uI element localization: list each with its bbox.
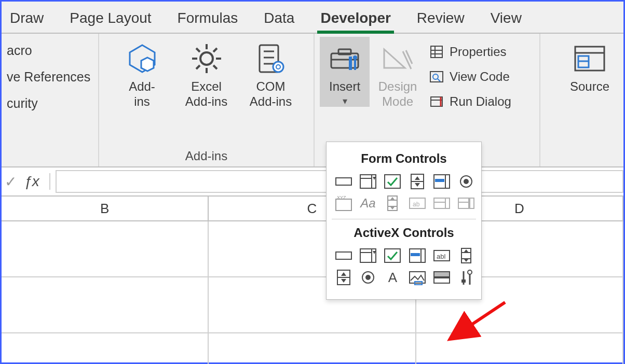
properties-button[interactable]: Properties: [426, 42, 514, 62]
run-dialog-button[interactable]: Run Dialog: [426, 92, 514, 111]
com-addins-button[interactable]: COM Add-ins: [242, 37, 300, 109]
insert-control-button[interactable]: Insert ▾: [320, 37, 370, 107]
tab-draw[interactable]: Draw: [7, 6, 47, 33]
svg-text:ab: ab: [413, 201, 420, 208]
svg-rect-70: [336, 252, 351, 259]
form-groupbox-icon[interactable]: XYZ: [334, 194, 353, 213]
form-combo-icon[interactable]: [358, 172, 377, 191]
form-controls-heading: Form Controls: [332, 151, 476, 166]
svg-rect-78: [411, 253, 420, 256]
form-checkbox-icon[interactable]: [383, 172, 402, 191]
form-combo-drop-icon[interactable]: [457, 194, 476, 213]
design-mode-button[interactable]: Design Mode: [372, 37, 424, 109]
svg-rect-94: [434, 272, 450, 277]
ax-option-icon[interactable]: [358, 268, 377, 287]
formula-bar: ✓ ƒx: [2, 167, 623, 197]
cell[interactable]: [2, 277, 209, 332]
fx-icon[interactable]: ƒx: [19, 173, 50, 190]
form-spin-icon[interactable]: [407, 172, 427, 191]
form-textfield-icon[interactable]: ab: [407, 194, 427, 213]
ax-more-controls-icon[interactable]: [457, 268, 476, 287]
cell[interactable]: [416, 333, 623, 364]
ax-textbox-icon[interactable]: abl: [432, 246, 451, 265]
addins-icon: [126, 42, 159, 75]
form-scrollbar-icon[interactable]: [383, 194, 402, 213]
worksheet-grid[interactable]: B C D: [2, 197, 623, 364]
excel-addins-button[interactable]: Excel Add-ins: [178, 37, 235, 109]
svg-marker-23: [384, 49, 405, 68]
addins-button[interactable]: Add- ins: [114, 37, 171, 109]
com-addins-icon: [254, 42, 288, 75]
tab-data[interactable]: Data: [261, 6, 297, 33]
svg-line-7: [196, 48, 200, 52]
form-button-icon[interactable]: [334, 172, 353, 191]
ribbon-tabs: Draw Page Layout Formulas Data Developer…: [2, 2, 623, 34]
svg-rect-26: [431, 46, 442, 58]
svg-point-98: [468, 270, 472, 274]
ax-listbox-icon[interactable]: [407, 246, 427, 265]
tab-developer[interactable]: Developer: [317, 6, 393, 33]
ribbon-body: acro ve References curity Add- ins: [2, 34, 623, 167]
form-combo-list-icon[interactable]: [432, 194, 451, 213]
tab-formulas[interactable]: Formulas: [174, 6, 241, 33]
svg-text:XYZ: XYZ: [337, 195, 346, 200]
insert-controls-dropdown: Form Controls XYZ Aa ab ActiveX Controls…: [326, 142, 482, 300]
code-item-macro[interactable]: acro: [7, 43, 90, 58]
ruler-triangle-icon: [381, 42, 414, 75]
ax-spin-icon[interactable]: [334, 268, 353, 287]
svg-point-2: [200, 52, 213, 65]
svg-line-8: [213, 65, 217, 69]
svg-point-54: [464, 179, 469, 184]
svg-rect-75: [385, 249, 400, 262]
svg-point-15: [273, 62, 283, 72]
svg-marker-89: [341, 279, 346, 283]
source-button[interactable]: Source: [561, 37, 618, 94]
ax-toggle-icon[interactable]: [432, 268, 451, 287]
svg-rect-40: [336, 178, 351, 185]
cell[interactable]: [2, 221, 209, 276]
addins-group-label: Add-ins: [104, 146, 308, 163]
svg-marker-60: [390, 197, 395, 200]
svg-rect-52: [435, 179, 444, 182]
ax-scrollbar-icon[interactable]: [457, 246, 476, 265]
svg-marker-1: [141, 58, 154, 71]
magnifier-icon: [429, 69, 444, 85]
svg-line-10: [196, 65, 200, 69]
tab-review[interactable]: Review: [414, 6, 468, 33]
svg-marker-85: [464, 259, 468, 262]
gear-icon: [190, 42, 223, 75]
code-item-relative-references[interactable]: ve References: [7, 69, 90, 85]
code-item-macro-security[interactable]: curity: [7, 96, 90, 111]
ax-combo-icon[interactable]: [358, 246, 377, 265]
svg-marker-48: [415, 176, 420, 180]
svg-rect-55: [336, 199, 351, 211]
cell[interactable]: [2, 333, 209, 364]
run-dialog-icon: [429, 94, 444, 109]
svg-rect-18: [338, 49, 351, 54]
cell[interactable]: [209, 333, 416, 364]
form-option-icon[interactable]: [457, 172, 476, 191]
ax-label-icon[interactable]: A: [383, 268, 402, 287]
ax-command-button-icon[interactable]: [334, 246, 353, 265]
toolbox-icon: [328, 42, 361, 75]
svg-line-25: [406, 50, 412, 64]
svg-marker-49: [415, 183, 420, 187]
chevron-down-icon: ▾: [343, 95, 347, 107]
svg-point-31: [433, 74, 438, 79]
svg-rect-95: [434, 278, 450, 283]
ax-checkbox-icon[interactable]: [383, 246, 402, 265]
view-code-button[interactable]: View Code: [426, 67, 514, 87]
svg-line-32: [438, 79, 440, 81]
svg-marker-88: [341, 272, 346, 276]
svg-text:abl: abl: [437, 253, 445, 260]
ax-image-icon[interactable]: [407, 268, 427, 287]
svg-rect-97: [461, 279, 466, 283]
activex-controls-heading: ActiveX Controls: [332, 226, 476, 240]
col-head-b[interactable]: B: [2, 197, 209, 220]
tab-page-layout[interactable]: Page Layout: [66, 6, 154, 33]
tab-view[interactable]: View: [487, 6, 525, 33]
form-label-icon[interactable]: Aa: [358, 194, 377, 213]
svg-marker-84: [464, 249, 468, 252]
form-listbox-icon[interactable]: [432, 172, 451, 191]
cancel-formula-icon[interactable]: ✓: [2, 173, 19, 190]
